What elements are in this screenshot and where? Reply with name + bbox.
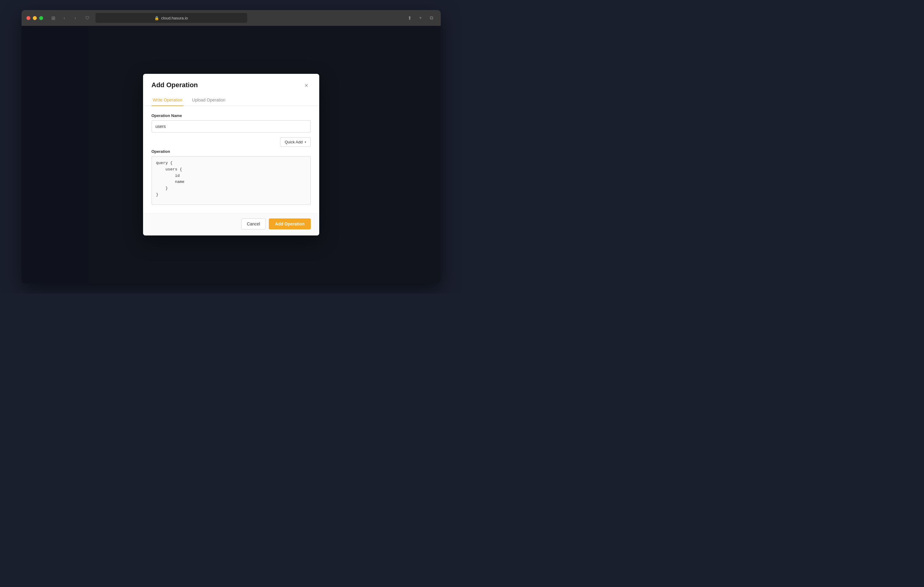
quick-add-row: Quick Add ▾ xyxy=(152,137,311,147)
url-text: cloud.hasura.io xyxy=(161,16,188,20)
forward-button[interactable]: › xyxy=(71,14,79,22)
close-traffic-light[interactable] xyxy=(26,16,30,20)
tab-write-operation[interactable]: Write Operation xyxy=(152,94,184,106)
maximize-traffic-light[interactable] xyxy=(39,16,43,20)
browser-actions: ⬆ + ⧉ xyxy=(406,14,436,22)
operation-label: Operation xyxy=(152,149,311,154)
browser-titlebar: ⊞ ‹ › 🛡 🔒 cloud.hasura.io ⬆ + ⧉ xyxy=(21,10,441,26)
browser-window: ⊞ ‹ › 🛡 🔒 cloud.hasura.io ⬆ + ⧉ xyxy=(21,10,441,283)
page-content: Add Operation × Write Operation Upload O… xyxy=(21,26,441,283)
back-button[interactable]: ‹ xyxy=(60,14,69,22)
modal-overlay: Add Operation × Write Operation Upload O… xyxy=(21,26,441,283)
quick-add-button[interactable]: Quick Add ▾ xyxy=(280,137,310,147)
lock-icon: 🔒 xyxy=(154,16,159,20)
share-button[interactable]: ⬆ xyxy=(406,14,414,22)
modal-title: Add Operation xyxy=(152,81,198,89)
add-operation-button[interactable]: Add Operation xyxy=(269,218,310,230)
modal-body: Operation Name Quick Add ▾ Operation que… xyxy=(143,106,319,213)
address-bar[interactable]: 🔒 cloud.hasura.io xyxy=(96,13,247,23)
tabs-button[interactable]: ⧉ xyxy=(427,14,436,22)
operation-code-editor[interactable]: query { users { id name } } xyxy=(152,156,311,205)
tab-upload-operation[interactable]: Upload Operation xyxy=(191,94,227,106)
modal-header: Add Operation × xyxy=(143,74,319,89)
browser-controls: ⊞ ‹ › xyxy=(49,14,79,22)
cancel-button[interactable]: Cancel xyxy=(241,218,266,230)
traffic-lights xyxy=(26,16,43,20)
modal-close-button[interactable]: × xyxy=(302,81,311,89)
modal-tabs: Write Operation Upload Operation xyxy=(143,94,319,106)
shield-icon: 🛡 xyxy=(83,14,92,22)
add-operation-modal: Add Operation × Write Operation Upload O… xyxy=(143,74,319,235)
operation-name-label: Operation Name xyxy=(152,113,311,118)
operation-name-input[interactable] xyxy=(152,120,311,132)
new-tab-button[interactable]: + xyxy=(416,14,425,22)
quick-add-label: Quick Add xyxy=(285,140,302,144)
sidebar-toggle-button[interactable]: ⊞ xyxy=(49,14,58,22)
chevron-down-icon: ▾ xyxy=(305,141,306,144)
modal-footer: Cancel Add Operation xyxy=(143,213,319,235)
minimize-traffic-light[interactable] xyxy=(33,16,37,20)
